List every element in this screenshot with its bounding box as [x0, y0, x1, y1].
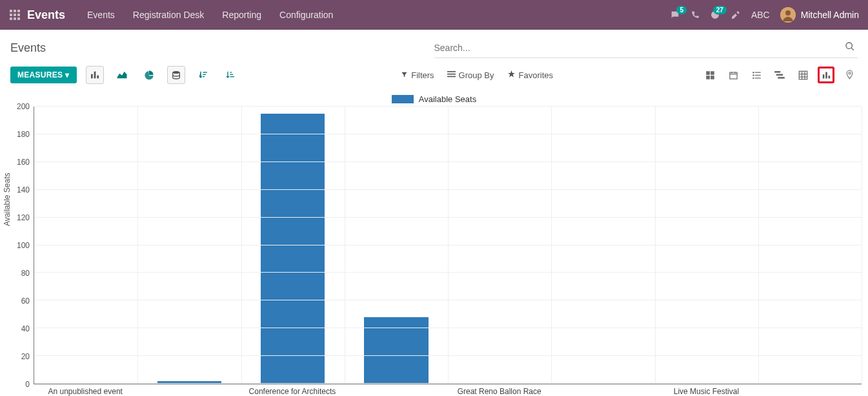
- app-brand[interactable]: Events: [27, 8, 65, 22]
- control-panel: Events MEASURES ▾: [0, 30, 868, 90]
- user-menu[interactable]: Mitchell Admin: [780, 7, 859, 23]
- x-tick-label: An unpublished event: [34, 387, 137, 396]
- nav-configuration[interactable]: Configuration: [270, 0, 342, 30]
- funnel-icon: [401, 70, 408, 80]
- top-navbar: Events Events Registration Desk Reportin…: [0, 0, 868, 30]
- x-axis-labels: An unpublished eventBusiness workshopsCo…: [34, 387, 862, 396]
- svg-rect-6: [10, 17, 12, 20]
- svg-rect-16: [203, 74, 206, 75]
- chart-container: Available Seats Available Seats 02040608…: [0, 90, 868, 396]
- svg-rect-30: [755, 72, 761, 72]
- svg-rect-23: [447, 76, 456, 77]
- y-tick: 60: [21, 297, 30, 306]
- svg-rect-7: [14, 17, 16, 20]
- pie-chart-icon[interactable]: [140, 66, 158, 84]
- x-tick-label: Live Music Festival: [654, 387, 758, 396]
- x-tick-label: Business workshops: [137, 387, 240, 396]
- svg-rect-0: [10, 10, 12, 12]
- x-tick-label: Conference for Architects: [241, 387, 344, 396]
- x-tick-label: Great Reno Ballon Race: [448, 387, 551, 396]
- nav-events[interactable]: Events: [78, 0, 124, 30]
- legend-swatch: [392, 95, 414, 103]
- x-tick-label: Hockey Tournament: [551, 387, 654, 396]
- sort-asc-icon[interactable]: [221, 66, 239, 84]
- svg-point-42: [848, 72, 850, 74]
- y-tick: 0: [25, 380, 30, 389]
- svg-rect-21: [447, 71, 456, 72]
- svg-rect-37: [778, 77, 784, 79]
- nav-registration-desk[interactable]: Registration Desk: [124, 0, 214, 30]
- phone-icon[interactable]: [691, 10, 700, 19]
- line-chart-icon[interactable]: [113, 66, 131, 84]
- page-title: Events: [10, 41, 434, 55]
- avatar: [780, 7, 796, 23]
- svg-rect-41: [828, 76, 830, 78]
- list-icon: [447, 70, 456, 80]
- svg-rect-1: [14, 10, 16, 12]
- svg-rect-26: [706, 76, 710, 79]
- kanban-view-icon[interactable]: [701, 67, 718, 83]
- y-tick: 20: [21, 352, 30, 361]
- pivot-view-icon[interactable]: [794, 67, 811, 83]
- groupby-label: Group By: [459, 70, 494, 80]
- filters-label: Filters: [411, 70, 434, 80]
- svg-rect-15: [203, 72, 207, 72]
- svg-rect-36: [776, 74, 783, 76]
- search-input[interactable]: [434, 43, 843, 53]
- y-tick: 120: [17, 213, 30, 222]
- gantt-view-icon[interactable]: [771, 67, 788, 83]
- apps-icon[interactable]: [5, 0, 25, 30]
- svg-point-33: [752, 77, 754, 79]
- svg-rect-20: [230, 76, 234, 77]
- calendar-view-icon[interactable]: [725, 67, 742, 83]
- svg-point-14: [172, 71, 179, 74]
- favorites-button[interactable]: Favorites: [507, 70, 553, 80]
- svg-point-10: [785, 10, 791, 16]
- y-tick: 40: [21, 324, 30, 333]
- svg-rect-25: [711, 71, 714, 75]
- stacked-icon[interactable]: [167, 66, 185, 84]
- svg-point-31: [752, 74, 754, 76]
- y-tick: 80: [21, 269, 30, 278]
- svg-rect-12: [94, 72, 96, 79]
- star-icon: [507, 70, 516, 80]
- measures-label: MEASURES: [17, 70, 63, 79]
- svg-rect-8: [17, 17, 20, 20]
- y-axis: 020406080100120140160180200: [6, 107, 34, 384]
- search-icon[interactable]: [842, 39, 858, 56]
- svg-rect-34: [755, 78, 761, 78]
- search-bar[interactable]: [434, 37, 858, 58]
- wrench-icon[interactable]: [731, 10, 741, 20]
- groupby-button[interactable]: Group By: [447, 70, 494, 80]
- map-view-icon[interactable]: [841, 67, 858, 83]
- nav-reporting[interactable]: Reporting: [213, 0, 270, 30]
- chart-bar[interactable]: [261, 114, 325, 384]
- systray: 5 27 ABC Mitchell Admin: [670, 7, 863, 23]
- svg-rect-11: [91, 74, 93, 79]
- chart-legend: Available Seats: [6, 94, 862, 104]
- svg-rect-35: [774, 71, 780, 73]
- y-tick: 200: [17, 102, 30, 111]
- y-tick: 140: [17, 185, 30, 194]
- measures-button[interactable]: MEASURES ▾: [10, 67, 77, 83]
- sort-desc-icon[interactable]: [194, 66, 212, 84]
- chat-icon[interactable]: 5: [670, 10, 680, 20]
- moon-icon[interactable]: 27: [710, 10, 720, 20]
- svg-rect-32: [755, 74, 761, 75]
- graph-view-icon[interactable]: [818, 67, 834, 83]
- svg-rect-22: [447, 73, 456, 74]
- bar-chart-icon[interactable]: [86, 66, 104, 84]
- caret-down-icon: ▾: [65, 70, 69, 79]
- abc-label[interactable]: ABC: [751, 10, 770, 20]
- moon-badge: 27: [713, 6, 727, 14]
- y-tick: 160: [17, 158, 30, 167]
- svg-rect-17: [203, 76, 205, 77]
- filters-button[interactable]: Filters: [401, 70, 434, 80]
- svg-rect-39: [822, 74, 824, 78]
- list-view-icon[interactable]: [748, 67, 765, 83]
- svg-rect-3: [10, 14, 12, 16]
- chat-badge: 5: [676, 6, 687, 14]
- svg-rect-38: [799, 71, 807, 79]
- chart-plot: [34, 107, 862, 384]
- x-tick-label: OpenWood Collection Online Reveal: [758, 387, 862, 396]
